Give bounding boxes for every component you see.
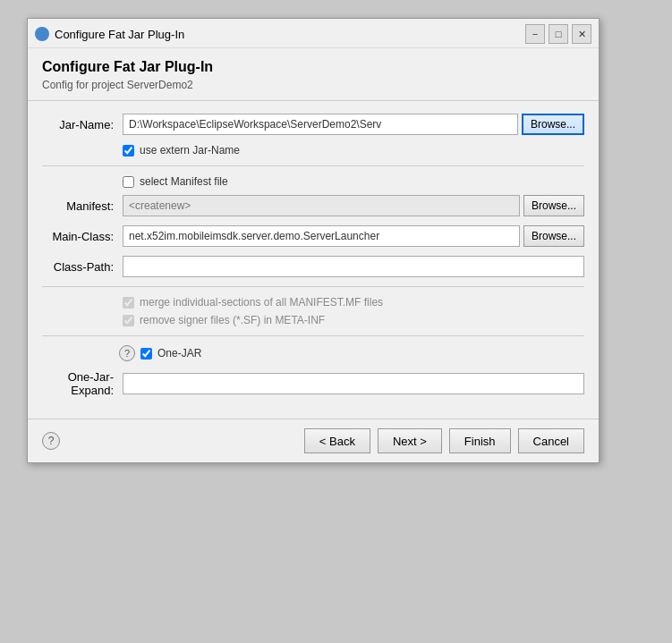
dialog-header: Configure Fat Jar Plug-In Config for pro… bbox=[28, 48, 599, 101]
jar-name-input[interactable] bbox=[123, 114, 518, 135]
dialog-title: Configure Fat Jar Plug-In bbox=[42, 59, 584, 75]
one-jar-expand-label: One-Jar-Expand: bbox=[42, 370, 123, 397]
restore-button[interactable]: □ bbox=[549, 24, 568, 44]
select-manifest-checkbox[interactable] bbox=[123, 176, 134, 188]
browse-jar-button[interactable]: Browse... bbox=[522, 114, 584, 135]
select-manifest-row: select Manifest file bbox=[123, 175, 584, 188]
footer-buttons: < Back Next > Finish Cancel bbox=[304, 428, 584, 453]
one-jar-expand-row: One-Jar-Expand: bbox=[42, 370, 584, 397]
select-manifest-label[interactable]: select Manifest file bbox=[140, 175, 228, 188]
title-controls: − □ ✕ bbox=[525, 24, 591, 44]
one-jar-label[interactable]: One-JAR bbox=[157, 347, 201, 360]
merge-row: merge individual-sections of all MANIFES… bbox=[123, 296, 584, 309]
title-bar-left: Configure Fat Jar Plug-In bbox=[35, 27, 184, 41]
one-jar-option-row: ? One-JAR bbox=[119, 345, 584, 361]
footer-help-icon[interactable]: ? bbox=[42, 432, 60, 450]
back-button[interactable]: < Back bbox=[304, 428, 370, 453]
dialog-footer: ? < Back Next > Finish Cancel bbox=[28, 419, 599, 462]
merge-label: merge individual-sections of all MANIFES… bbox=[140, 296, 383, 309]
main-class-row: Main-Class: Browse... bbox=[42, 225, 584, 247]
browse-manifest-button[interactable]: Browse... bbox=[523, 195, 584, 216]
divider-2 bbox=[42, 286, 584, 287]
remove-signer-checkbox bbox=[123, 315, 134, 326]
one-jar-checkbox[interactable] bbox=[140, 348, 152, 360]
jar-name-label: Jar-Name: bbox=[42, 118, 123, 131]
remove-signer-label: remove signer files (*.SF) in META-INF bbox=[140, 314, 325, 326]
main-class-input[interactable] bbox=[123, 225, 520, 247]
dialog-body: Jar-Name: Browse... use extern Jar-Name … bbox=[28, 101, 599, 419]
cancel-button[interactable]: Cancel bbox=[518, 428, 584, 453]
one-jar-help-icon[interactable]: ? bbox=[119, 345, 135, 361]
main-class-label: Main-Class: bbox=[42, 230, 123, 243]
class-path-row: Class-Path: bbox=[42, 256, 584, 277]
class-path-input[interactable] bbox=[123, 256, 584, 277]
manifest-input[interactable] bbox=[123, 195, 520, 216]
footer-left: ? bbox=[42, 432, 60, 450]
window-title: Configure Fat Jar Plug-In bbox=[55, 28, 184, 41]
dialog: Configure Fat Jar Plug-In − □ ✕ Configur… bbox=[27, 18, 600, 463]
next-button[interactable]: Next > bbox=[378, 428, 442, 453]
manifest-row: Manifest: Browse... bbox=[42, 195, 584, 216]
use-extern-row: use extern Jar-Name bbox=[123, 144, 584, 157]
use-extern-checkbox[interactable] bbox=[123, 145, 134, 157]
class-path-label: Class-Path: bbox=[42, 260, 123, 274]
divider-1 bbox=[42, 165, 584, 166]
manifest-label: Manifest: bbox=[42, 199, 123, 213]
dialog-subtitle: Config for project ServerDemo2 bbox=[42, 79, 584, 91]
jar-name-row: Jar-Name: Browse... bbox=[42, 114, 584, 135]
divider-3 bbox=[42, 335, 584, 336]
finish-button[interactable]: Finish bbox=[449, 428, 511, 453]
one-jar-expand-input[interactable] bbox=[123, 373, 584, 394]
remove-signer-row: remove signer files (*.SF) in META-INF bbox=[123, 314, 584, 326]
browse-main-class-button[interactable]: Browse... bbox=[523, 225, 584, 247]
close-button[interactable]: ✕ bbox=[572, 24, 591, 44]
minimize-button[interactable]: − bbox=[525, 24, 545, 44]
merge-checkbox bbox=[123, 297, 134, 309]
use-extern-label[interactable]: use extern Jar-Name bbox=[140, 144, 240, 157]
app-icon bbox=[35, 27, 49, 41]
title-bar: Configure Fat Jar Plug-In − □ ✕ bbox=[28, 19, 599, 48]
